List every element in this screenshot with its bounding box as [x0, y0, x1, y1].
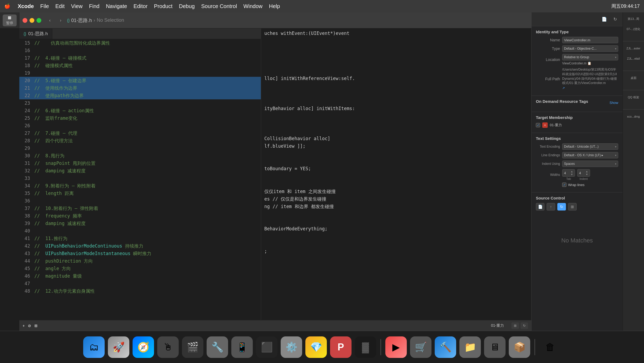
code-line-34[interactable]: 34// 9.附着行为 — 刚性附着 [19, 182, 261, 190]
breadcrumb-filename[interactable]: 01-思路.h [71, 17, 92, 24]
warning-btn[interactable]: ⊘ [28, 324, 31, 328]
far-right-item-1[interactable]: 第13...周 [625, 14, 642, 23]
dock-safari[interactable]: 🧭 [133, 336, 154, 358]
menu-debug[interactable]: Debug [179, 3, 195, 9]
grid-btn[interactable]: ⊞ [34, 324, 38, 328]
far-right-item-4[interactable]: ZJL...etail [625, 54, 642, 63]
menu-edit[interactable]: Edit [55, 3, 64, 9]
line-endings-dropdown[interactable]: Default - OS X / Unix (LF) ▸ ▾ [562, 152, 618, 158]
list-view-btn[interactable]: ↻ [521, 322, 528, 329]
sc-btn-1[interactable]: 📄 [536, 203, 544, 210]
code-line-15[interactable]: 15// 仿真动画范围转化成边界属性 [19, 39, 261, 47]
wrap-lines-checkbox[interactable] [562, 183, 566, 187]
dock-app2[interactable]: 🛒 [410, 336, 431, 358]
menu-help[interactable]: Help [269, 3, 280, 9]
code-line-28[interactable]: 28// 四个代理方法 [19, 137, 261, 144]
code-line-31[interactable]: 31// snapPoint 甩到的位置 [19, 159, 261, 167]
dock-terminal[interactable]: ⬛ [256, 336, 277, 358]
code-editor-left[interactable]: 15// 仿真动画范围转化成边界属性1617// 4.碰撞 — 碰撞模式18//… [19, 39, 261, 320]
menu-xcode[interactable]: Xcode [18, 3, 34, 9]
code-line-46[interactable]: 46// magnitude 量级 [19, 272, 261, 280]
indent-using-dropdown[interactable]: Spaces ▾ [562, 161, 618, 167]
code-line-45[interactable]: 45// angle 方向 [19, 265, 261, 272]
tab-width-input[interactable]: 4 ▲▼ [562, 169, 575, 177]
code-line-44[interactable]: 44// pushDirection 方向 [19, 257, 261, 265]
dock-console[interactable]: ▓ [355, 336, 376, 358]
code-line-30[interactable]: 30// 8.甩行为 [19, 152, 261, 159]
grid-view-btn[interactable]: ⊞ [511, 322, 519, 329]
dock-file[interactable]: 📁 [459, 336, 481, 358]
forward-button[interactable]: › [56, 17, 65, 24]
file-tab-01[interactable]: {} 01-思路.h [19, 28, 52, 39]
dock-launchpad[interactable]: 🚀 [108, 336, 129, 358]
menu-find[interactable]: Find [89, 3, 100, 9]
stop-button[interactable]: ⏹ 暂停 [3, 14, 17, 26]
dock-mouse[interactable]: 🖱 [157, 336, 179, 358]
code-line-23[interactable]: 23 [19, 99, 261, 107]
menu-editor[interactable]: Editor [134, 3, 148, 9]
code-line-39[interactable]: 39// damping 减速程度 [19, 220, 261, 227]
code-line-35[interactable]: 35// length 距离 [19, 190, 261, 197]
code-line-26[interactable]: 26 [19, 122, 261, 129]
sc-btn-3[interactable]: ↻ [557, 203, 566, 210]
location-dropdown[interactable]: Relative to Group ▾ [562, 54, 618, 60]
dock-phone[interactable]: 📱 [231, 336, 253, 358]
code-line-43[interactable]: 43// UIPushBehaviorModeInstantaneous 瞬时推… [19, 250, 261, 257]
menu-source-control[interactable]: Source Control [201, 3, 237, 9]
far-right-item-2[interactable]: 07-...(优化 [625, 25, 642, 33]
menu-file[interactable]: File [40, 3, 49, 9]
code-line-24[interactable]: 24// 6.碰撞 — action属性 [19, 107, 261, 114]
target-checkbox[interactable] [536, 123, 540, 127]
menu-navigate[interactable]: Navigate [106, 3, 127, 9]
indent-width-input[interactable]: 4 ▲▼ [577, 169, 590, 177]
minimize-button[interactable] [30, 18, 34, 23]
code-line-16[interactable]: 16 [19, 47, 261, 54]
dock-trash[interactable]: 🗑 [539, 336, 561, 358]
code-line-38[interactable]: 38// frequency 频率 [19, 212, 261, 220]
menu-product[interactable]: Product [154, 3, 173, 9]
code-line-41[interactable]: 41// 11.推行为 [19, 235, 261, 242]
code-line-32[interactable]: 32// damping 减速程度 [19, 167, 261, 175]
dock-app-p[interactable]: P [330, 336, 352, 358]
sc-btn-4[interactable]: ⊞ [568, 203, 577, 210]
far-right-item-7[interactable]: xco...dmg [625, 112, 642, 121]
far-right-item-6[interactable]: QQ 框架 [625, 93, 642, 101]
dock-tools[interactable]: 🔧 [207, 336, 228, 358]
inspector-file-btn[interactable]: 📄 [600, 16, 609, 23]
dock-movie[interactable]: 🎬 [182, 336, 203, 358]
dock-app3[interactable]: 🖥 [484, 336, 506, 358]
code-line-27[interactable]: 27// 7.碰撞 — 代理 [19, 129, 261, 137]
far-right-item-3[interactable]: ZJL...aster [625, 44, 642, 53]
code-line-18[interactable]: 18// 碰撞模式属性 [19, 62, 261, 69]
encoding-dropdown[interactable]: Default - Unicode (UT...) ▾ [562, 143, 618, 150]
name-input[interactable]: ViewController.m [562, 37, 618, 43]
code-line-33[interactable]: 33 [19, 175, 261, 182]
menu-window[interactable]: Window [243, 3, 262, 9]
dock-xcode[interactable]: 🔨 [435, 336, 456, 358]
dock-player[interactable]: ▶ [385, 336, 407, 358]
fullpath-reveal-icon[interactable]: ↗ [562, 86, 565, 90]
apple-icon[interactable]: 🍎 [4, 3, 10, 9]
dock-finder[interactable]: 🗂 [83, 336, 105, 358]
code-line-37[interactable]: 37// 10.附着行为 — 弹性附着 [19, 205, 261, 212]
far-right-item-5[interactable]: 桌面 [625, 74, 642, 82]
close-button[interactable] [23, 18, 27, 23]
code-line-42[interactable]: 42// UIPushBehaviorModeContinuous 持续推力 [19, 242, 261, 250]
show-link[interactable]: Show [609, 101, 618, 105]
code-line-47[interactable]: 47 [19, 280, 261, 287]
code-line-19[interactable]: 19 [19, 69, 261, 77]
back-button[interactable]: ‹ [46, 17, 54, 24]
code-line-20[interactable]: 20// 5.碰撞 — 创建边界 [19, 77, 261, 84]
code-line-17[interactable]: 17// 4.碰撞 — 碰撞模式 [19, 54, 261, 62]
code-line-25[interactable]: 25// 监听frame变化 [19, 114, 261, 122]
code-line-22[interactable]: 22// 使用path作为边界 [19, 92, 261, 99]
code-line-21[interactable]: 21// 使用线作为边界 [19, 84, 261, 92]
type-dropdown[interactable]: Default - Objective-C... ▾ [562, 45, 618, 52]
inspector-refresh-btn[interactable]: ↻ [611, 16, 619, 23]
code-line-40[interactable]: 40 [19, 227, 261, 235]
dock-sketch[interactable]: 💎 [305, 336, 327, 358]
code-line-36[interactable]: 36 [19, 197, 261, 205]
dock-settings[interactable]: ⚙️ [281, 336, 302, 358]
code-line-29[interactable]: 29 [19, 144, 261, 152]
code-line-48[interactable]: 48// 12.动力学元素自身属性 [19, 287, 261, 295]
